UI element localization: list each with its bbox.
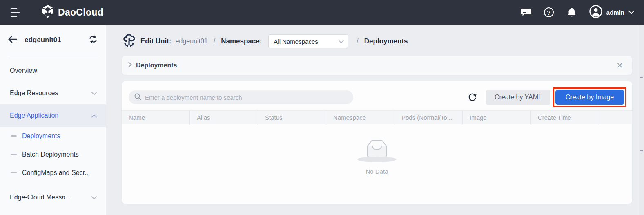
daocloud-cube-icon [42, 5, 54, 20]
brand-title: DaoCloud [58, 7, 103, 18]
namespace-label: Namespace: [221, 37, 262, 45]
chevron-down-icon [91, 90, 97, 97]
search-input[interactable] [145, 94, 348, 101]
app-window: DaoCloud ? [0, 0, 644, 215]
column-header-image[interactable]: Image [463, 111, 531, 125]
main-content: Edit Unit: edgeunit01 / Namespace: All N… [106, 25, 644, 215]
deployments-panel: Create by YAML Create by Image Name Alia… [122, 81, 632, 204]
topbar: DaoCloud ? [0, 0, 644, 25]
highlight-annotation: Create by Image [553, 87, 626, 107]
user-menu[interactable]: admin [589, 5, 634, 20]
messages-icon[interactable] [521, 7, 531, 18]
scrollbar[interactable] [639, 25, 644, 215]
edge-unit-name: edgeunit01 [25, 36, 89, 44]
chevron-right-icon[interactable] [128, 62, 132, 69]
column-header-name[interactable]: Name [122, 111, 190, 125]
namespace-selected-value: All Namespaces [274, 38, 339, 45]
back-icon[interactable] [8, 36, 17, 45]
separator: / [214, 38, 215, 45]
column-header-namespace[interactable]: Namespace [326, 111, 394, 125]
subitem-dash-icon [11, 135, 17, 137]
switch-unit-icon[interactable] [89, 35, 98, 45]
sidebar-header: edgeunit01 [8, 35, 98, 45]
subitem-dash-icon [11, 154, 17, 155]
create-by-image-button[interactable]: Create by Image [555, 90, 624, 105]
namespace-select[interactable]: All Namespaces [268, 34, 348, 48]
chevron-down-icon [91, 194, 97, 201]
page-header: Edit Unit: edgeunit01 / Namespace: All N… [122, 34, 644, 49]
column-header-actions [599, 111, 632, 125]
sidebar: edgeunit01 Overview Edge Resources [0, 25, 106, 215]
page-title: Deployments [364, 37, 408, 45]
sidebar-divider [7, 56, 98, 56]
sidebar-item-overview[interactable]: Overview [0, 59, 106, 82]
sidebar-item-batch-deployments[interactable]: Batch Deployments [0, 145, 106, 163]
help-icon[interactable]: ? [544, 7, 554, 18]
breadcrumb: Deployments ✕ [122, 56, 632, 75]
edit-unit-label: Edit Unit: [140, 37, 172, 45]
separator: / [357, 38, 358, 45]
breadcrumb-label: Deployments [136, 62, 616, 69]
sidebar-item-edge-application[interactable]: Edge Application [0, 104, 106, 127]
help-glyph: ? [544, 7, 554, 17]
column-header-alias[interactable]: Alias [190, 111, 258, 125]
column-header-create-time[interactable]: Create Time [531, 111, 599, 125]
edge-unit-logo-icon [122, 33, 136, 50]
panel-toolbar: Create by YAML Create by Image [122, 81, 632, 107]
sidebar-nav: Overview Edge Resources Edge Application [0, 59, 106, 208]
brand-logo[interactable]: DaoCloud [42, 5, 103, 20]
topbar-actions: ? admin [521, 5, 634, 20]
notifications-icon[interactable] [566, 7, 577, 18]
sidebar-item-edge-cloud-messaging[interactable]: Edge-Cloud Messa... [0, 186, 106, 208]
sidebar-item-edge-resources[interactable]: Edge Resources [0, 82, 106, 104]
menu-toggle-icon[interactable] [11, 8, 25, 17]
user-name: admin [606, 9, 624, 16]
empty-shadow [357, 157, 397, 162]
column-header-status[interactable]: Status [258, 111, 326, 125]
chevron-up-icon [91, 112, 97, 119]
column-header-pods[interactable]: Pods (Normal/To... [394, 111, 463, 125]
refresh-icon[interactable] [468, 93, 477, 102]
chevron-down-icon [339, 38, 344, 45]
empty-state: No Data [122, 124, 632, 204]
sidebar-item-configmaps-secrets[interactable]: ConfigMaps and Secr... [0, 163, 106, 182]
subitem-dash-icon [11, 172, 17, 173]
search-icon [134, 93, 141, 102]
sidebar-item-deployments[interactable]: Deployments [0, 127, 106, 145]
empty-text: No Data [365, 168, 388, 175]
create-by-yaml-button[interactable]: Create by YAML [486, 90, 550, 105]
close-icon[interactable]: ✕ [616, 61, 623, 69]
edit-unit-value: edgeunit01 [176, 38, 208, 45]
search-box [129, 90, 353, 104]
table-header-row: Name Alias Status Namespace Pods (Normal… [122, 110, 632, 124]
chevron-down-icon [628, 9, 634, 16]
avatar-icon [589, 5, 602, 20]
